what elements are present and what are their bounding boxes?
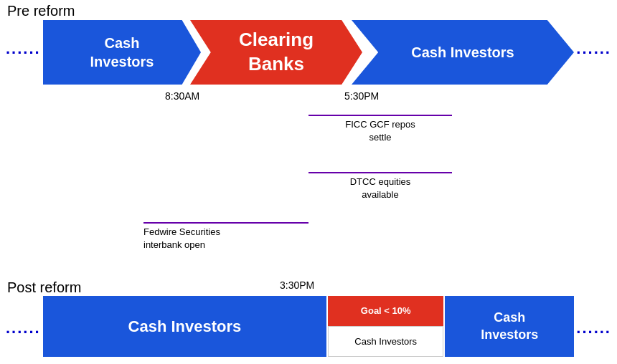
ficc-text: FICC GCF repos settle	[308, 118, 452, 144]
dtcc-text: DTCC equities available	[308, 176, 452, 201]
post-reform-right-arrow: Cash Investors	[445, 296, 574, 357]
dtcc-line	[308, 172, 452, 173]
pre-reform-arrow-row: Cash Investors Clearing Banks Cash Inves…	[43, 20, 574, 85]
pre-reform-right-dots: ......	[576, 39, 611, 58]
post-reform-middle-bottom: Cash Investors	[328, 326, 444, 358]
time-330pm: 3:30PM	[280, 279, 314, 291]
post-reform-arrow-row: Cash Investors Goal < 10% Cash Investors…	[43, 296, 574, 357]
ficc-annotation: FICC GCF repos settle	[308, 115, 452, 144]
time-830am: 8:30AM	[165, 90, 199, 102]
pre-reform-left-dots: ......	[6, 39, 41, 58]
post-reform-right-dots: ......	[576, 319, 611, 337]
dtcc-annotation: DTCC equities available	[308, 172, 452, 201]
fedwire-line	[143, 222, 308, 224]
fedwire-annotation: Fedwire Securities interbank open	[143, 222, 308, 252]
post-reform-left-arrow: Cash Investors	[43, 296, 326, 357]
pre-reform-left-arrow: Cash Investors	[43, 20, 201, 85]
pre-reform-center-arrow: Clearing Banks	[190, 20, 362, 85]
post-reform-middle-arrow: Goal < 10% Cash Investors	[326, 296, 446, 357]
post-reform-middle-top: Goal < 10%	[328, 296, 444, 326]
ficc-line	[308, 115, 452, 116]
time-530pm: 5:30PM	[344, 90, 379, 102]
post-reform-label: Post reform	[7, 279, 81, 296]
pre-reform-label: Pre reform	[7, 3, 75, 19]
fedwire-text: Fedwire Securities interbank open	[143, 226, 308, 252]
post-reform-left-dots: ......	[6, 319, 41, 337]
pre-reform-right-arrow: Cash Investors	[352, 20, 574, 85]
diagram-container: Pre reform ...... ...... Cash Investors …	[0, 0, 617, 364]
